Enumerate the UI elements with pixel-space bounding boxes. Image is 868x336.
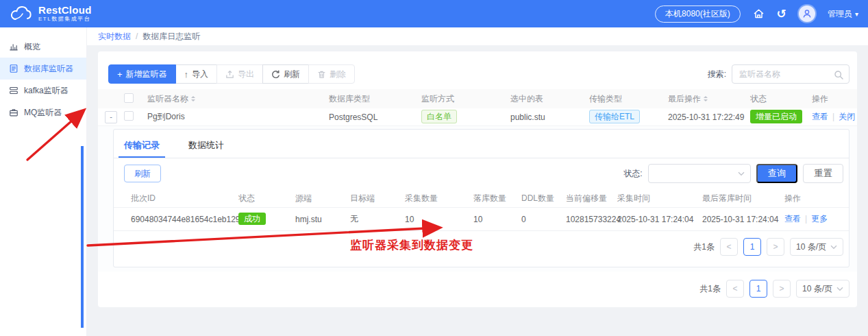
breadcrumb-current: 数据库日志监听 (142, 31, 200, 43)
detail-panel: 传输记录 数据统计 刷新 状态: 查询 重置 (113, 129, 850, 267)
trash-icon (317, 70, 326, 79)
sidebar-item-label: kafka监听器 (24, 85, 69, 97)
search-label: 搜索: (708, 69, 726, 80)
listener-pagination: 共1条 < 1 > 10 条/页 (699, 280, 850, 298)
page-number[interactable]: 1 (749, 280, 767, 298)
sidebar-item-label: MQ监听器 (24, 107, 62, 119)
pagination-total: 共1条 (699, 283, 721, 295)
sidebar-scrollbar[interactable] (81, 146, 84, 328)
view-link[interactable]: 查看 (812, 112, 828, 121)
close-link[interactable]: 关闭 (839, 112, 855, 121)
column-header-status: 状态 (750, 93, 812, 105)
next-page-button[interactable]: > (773, 280, 791, 298)
cell-store-count: 10 (473, 215, 521, 224)
status-badge: 增量已启动 (750, 110, 802, 123)
cell-listener-name: Pg到Doris (147, 111, 329, 123)
user-icon (802, 8, 813, 19)
next-page-button[interactable]: > (767, 238, 784, 256)
column-header-selected-table: 选中的表 (510, 93, 589, 105)
user-menu[interactable]: 管理员 ▾ (828, 8, 858, 20)
page-size-select[interactable]: 10 条/页 (796, 280, 850, 298)
search-icon[interactable] (834, 70, 843, 80)
pagination-total: 共1条 (693, 241, 715, 253)
select-all-checkbox[interactable] (124, 93, 134, 103)
sort-icon[interactable] (704, 94, 708, 104)
sidebar-item-kafka-listener[interactable]: kafka监听器 (0, 80, 86, 101)
listener-table-header: 监听器名称 数据库类型 监听方式 选中的表 传输类型 最后操作 状态 操作 (98, 89, 857, 108)
app: RestCloud ETL数据集成平台 本机8080(社区版) ↺ 管理员 ▾ (0, 0, 868, 336)
home-icon[interactable] (753, 8, 765, 19)
import-button[interactable]: ↑ 导入 (175, 64, 218, 84)
transfer-type-tag: 传输给ETL (589, 110, 640, 123)
export-button[interactable]: 导出 (216, 64, 263, 84)
column-header-transfer-type: 传输类型 (589, 93, 668, 105)
cell-last-store-time: 2025-10-31 17:24:04 (702, 215, 784, 224)
export-icon (225, 70, 234, 79)
cell-last-operation: 2025-10-31 17:22:49 (668, 112, 750, 122)
chevron-down-icon (738, 171, 745, 176)
column-header-name[interactable]: 监听器名称 (147, 93, 329, 105)
breadcrumb: 实时数据 / 数据库日志监听 (87, 27, 868, 45)
arrow-up-icon: ↑ (184, 70, 189, 79)
listener-table-row: - Pg到Doris PostgresSQL 白名单 public.stu 传输… (98, 108, 857, 126)
status-select[interactable] (648, 164, 751, 183)
content-area: + 新增监听器 ↑ 导入 导出 (87, 45, 868, 336)
cell-target: 无 (350, 213, 405, 225)
row-checkbox[interactable] (124, 111, 134, 121)
sidebar-item-db-listener[interactable]: 数据库监听器 (0, 58, 86, 80)
breadcrumb-parent[interactable]: 实时数据 (98, 31, 131, 43)
page-number[interactable]: 1 (743, 238, 761, 256)
delete-button[interactable]: 删除 (308, 64, 355, 84)
column-header-action: 操作 (812, 93, 857, 105)
cell-ddl-count: 0 (521, 215, 566, 224)
sort-icon[interactable] (191, 94, 195, 104)
listener-card: + 新增监听器 ↑ 导入 导出 (98, 51, 857, 307)
chart-icon (9, 42, 18, 51)
record-view-link[interactable]: 查看 (784, 214, 801, 224)
caret-down-icon: ▾ (855, 10, 858, 18)
prev-page-button[interactable]: < (726, 280, 744, 298)
reset-button[interactable]: 重置 (803, 164, 843, 183)
sidebar-item-label: 数据库监听器 (24, 63, 73, 75)
record-pagination: 共1条 < 1 > 10 条/页 (693, 238, 843, 256)
cell-offset: 102815733224 (566, 215, 617, 224)
cell-source: hmj.stu (295, 215, 350, 224)
row-expander[interactable]: - (105, 111, 117, 123)
listen-mode-tag: 白名单 (421, 110, 457, 123)
undo-icon[interactable]: ↺ (777, 8, 786, 20)
avatar[interactable] (799, 5, 815, 22)
add-listener-button[interactable]: + 新增监听器 (108, 64, 176, 84)
sidebar-item-label: 概览 (24, 41, 40, 53)
list-icon (9, 64, 18, 73)
tab-transfer-records[interactable]: 传输记录 (124, 134, 160, 157)
environment-badge[interactable]: 本机8080(社区版) (655, 5, 741, 23)
annotation-text: 监听器采集到数据变更 (350, 237, 473, 253)
refresh-icon (271, 70, 280, 79)
panel-refresh-button[interactable]: 刷新 (124, 165, 161, 182)
cloud-logo-icon (10, 5, 33, 22)
cell-batch-id: 69048034744e81654c1eb129 (131, 215, 238, 224)
column-header-last-operation[interactable]: 最后操作 (668, 93, 750, 105)
prev-page-button[interactable]: < (720, 238, 738, 256)
brand-logo: RestCloud ETL数据集成平台 (10, 5, 92, 23)
tab-data-statistics[interactable]: 数据统计 (188, 134, 224, 157)
page-size-select[interactable]: 10 条/页 (790, 238, 843, 256)
sidebar-item-overview[interactable]: 概览 (0, 36, 86, 58)
row-expand-region: 传输记录 数据统计 刷新 状态: 查询 重置 (98, 126, 857, 272)
search-input[interactable] (739, 69, 831, 79)
box-icon (9, 108, 18, 117)
record-table-row: 69048034744e81654c1eb129 成功 hmj.stu 无 10… (114, 208, 849, 231)
record-status-badge: 成功 (238, 213, 266, 225)
sidebar-item-mq-listener[interactable]: MQ监听器 (0, 101, 86, 123)
queue-icon (9, 86, 18, 95)
query-button[interactable]: 查询 (756, 164, 798, 183)
search-box (732, 64, 850, 84)
plus-icon: + (117, 70, 123, 79)
breadcrumb-separator: / (136, 32, 138, 41)
column-header-listen-mode: 监听方式 (421, 93, 510, 105)
cell-selected-table: public.stu (510, 112, 589, 122)
record-more-link[interactable]: 更多 (811, 214, 828, 224)
refresh-button[interactable]: 刷新 (262, 64, 309, 84)
cell-db-type: PostgresSQL (329, 112, 421, 122)
brand-title: RestCloud (38, 5, 92, 16)
